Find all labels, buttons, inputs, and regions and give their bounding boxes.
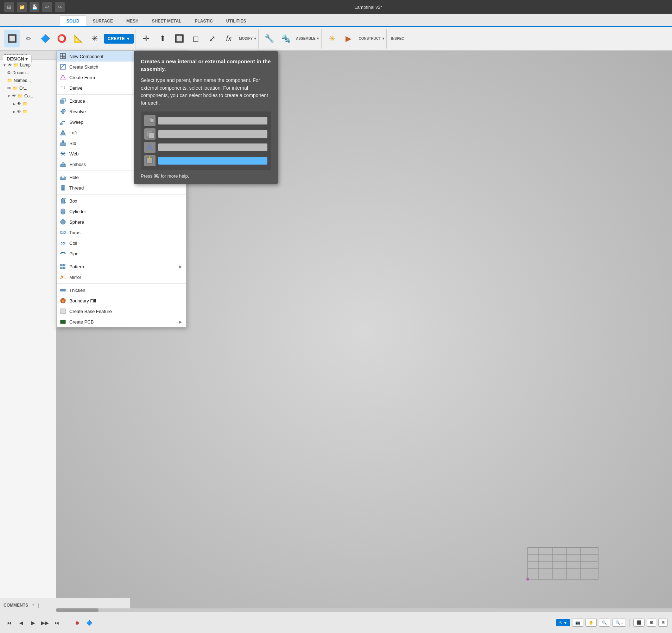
create-base-feature-menu-icon (59, 308, 66, 315)
tab-plastic[interactable]: PLASTIC (188, 15, 219, 26)
keyframe-btn[interactable]: 🔷 (84, 618, 94, 628)
tab-surface[interactable]: SURFACE (86, 15, 120, 26)
eye5-icon[interactable]: 👁 (17, 109, 21, 114)
tree-document[interactable]: ⚙ Docum... (0, 69, 56, 77)
zoom-in-btn[interactable]: 🔍 (599, 619, 610, 627)
tree-child2[interactable]: ▶ 👁 📁 (0, 108, 56, 115)
next-btn[interactable]: ▶▶ (40, 618, 50, 628)
eye4-icon[interactable]: 👁 (17, 101, 21, 106)
zoom-fit-icon: 🔍 (615, 620, 620, 625)
undo-icon[interactable]: ↩ (42, 2, 52, 12)
form-field-2[interactable] (158, 130, 267, 138)
prev-btn[interactable]: ◀ (16, 618, 26, 628)
menu-rib-label: Rib (69, 141, 76, 146)
assemble-label: ASSEMBLE (296, 37, 316, 40)
record-btn[interactable]: ⏺ (72, 618, 82, 628)
menu-create-pcb[interactable]: Create PCB ▶ (57, 316, 186, 327)
skip-back-btn[interactable]: ⏮ (4, 618, 14, 628)
menu-sphere[interactable]: Sphere (57, 217, 186, 227)
play-btn[interactable]: ▶ (28, 618, 38, 628)
create-section: 🔲 ✏ 🔷 ⭕ 📐 ✳ CREATE ▼ (3, 29, 135, 49)
construct-btn1[interactable]: ✳ (324, 30, 340, 47)
modify-chevron-icon: ▼ (253, 37, 257, 40)
push-pull-btn[interactable]: ⬆ (155, 30, 170, 47)
scroll-thumb[interactable] (56, 608, 99, 612)
eye3-icon[interactable]: 👁 (12, 94, 16, 98)
extrude-menu-icon (59, 97, 66, 104)
menu-thicken[interactable]: Thicken (57, 285, 186, 295)
formula-btn[interactable]: fx (221, 30, 236, 47)
pipe-menu-icon (59, 250, 66, 257)
arrow-icon: ▼ (3, 63, 6, 67)
assemble-chevron-icon: ▼ (316, 37, 320, 40)
construct-icon2: ▶ (345, 34, 351, 43)
form-btn[interactable]: ✳ (87, 30, 102, 47)
menu-mirror[interactable]: Mirror (57, 272, 186, 282)
comments-divider-icon: | (38, 603, 39, 608)
tree-child1[interactable]: ▶ 👁 📁 (0, 100, 56, 108)
add-comment-icon[interactable]: ＋ (31, 602, 35, 608)
revolve-btn[interactable]: ⭕ (54, 30, 69, 47)
lamp-label: Lamp (20, 63, 31, 68)
menu-cylinder[interactable]: Cylinder (57, 206, 186, 217)
menu-pattern[interactable]: Pattern ▶ (57, 261, 186, 272)
tree-named[interactable]: 📁 Named... (0, 77, 56, 84)
fillet-btn[interactable]: 🔲 (171, 30, 187, 47)
eye2-icon[interactable]: 👁 (7, 86, 11, 91)
menu-thicken-label: Thicken (69, 288, 85, 293)
tree-or[interactable]: 👁 📁 Or... (0, 84, 56, 92)
hand-btn[interactable]: ✋ (585, 619, 597, 627)
create-dropdown[interactable]: CREATE ▼ (104, 34, 134, 44)
display-mode-btn[interactable]: ⬛ (633, 619, 645, 627)
file-icon[interactable]: 📁 (17, 2, 27, 12)
form-field-4-active[interactable] (158, 157, 267, 165)
grid-icon2: ⊞ (650, 620, 653, 625)
tree-co[interactable]: ▼ 👁 📁 Co... (0, 92, 56, 100)
move-btn[interactable]: ✛ (138, 30, 154, 47)
menu-create-base-feature[interactable]: Create Base Feature (57, 306, 186, 316)
eye-icon[interactable]: 👁 (8, 63, 12, 68)
arrow3-icon: ▶ (13, 102, 15, 106)
solid-btn[interactable]: 🔷 (37, 30, 53, 47)
new-component-btn[interactable]: 🔲 (4, 30, 20, 47)
tab-solid[interactable]: SOLID (60, 15, 86, 26)
svg-rect-11 (60, 56, 63, 59)
shell-btn[interactable]: ◻ (188, 30, 203, 47)
redo-icon[interactable]: ↪ (55, 2, 65, 12)
svg-rect-57 (61, 309, 65, 314)
grid-icon[interactable]: ⊞ (4, 2, 14, 12)
cursor-mode-btn[interactable]: ↖ ▼ (556, 619, 570, 626)
playback-controls: ⏮ ◀ ▶ ▶▶ ⏭ (4, 618, 62, 628)
svg-point-8 (526, 578, 529, 581)
create-sketch-btn[interactable]: ✏ (21, 30, 36, 47)
menu-box[interactable]: Box (57, 196, 186, 206)
menu-loft-label: Loft (69, 130, 77, 135)
svg-point-32 (62, 176, 64, 178)
assemble-btn2[interactable]: 🔩 (278, 30, 293, 47)
menu-coil[interactable]: Coil (57, 238, 186, 248)
construct-btn2[interactable]: ▶ (341, 30, 356, 47)
design-button[interactable]: DESIGN ▾ (3, 55, 32, 63)
canvas-scrollbar[interactable] (56, 608, 672, 612)
form-field-1[interactable] (158, 117, 267, 124)
menu-pipe[interactable]: Pipe (57, 248, 186, 259)
menu-box-label: Box (69, 198, 77, 204)
grid-btn[interactable]: ⊞ (647, 619, 656, 627)
menu-torus[interactable]: Torus (57, 227, 186, 238)
tab-utilities[interactable]: UTILITIES (220, 15, 253, 26)
svg-point-43 (61, 219, 65, 224)
skip-forward-btn[interactable]: ⏭ (52, 618, 62, 628)
menu-boundary-fill[interactable]: Boundary Fill (57, 295, 186, 306)
save-icon[interactable]: 💾 (30, 2, 39, 12)
panel-btn[interactable]: ⊟ (658, 619, 668, 627)
extrude-btn[interactable]: 📐 (70, 30, 86, 47)
camera-btn[interactable]: 📷 (572, 619, 583, 627)
scale-btn[interactable]: ⤢ (204, 30, 220, 47)
zoom-fit-btn[interactable]: 🔍 - (612, 619, 626, 627)
tab-sheet-metal[interactable]: SHEET METAL (145, 15, 188, 26)
assemble-btn1[interactable]: 🔧 (261, 30, 277, 47)
box-menu-icon (59, 197, 66, 204)
form-field-3[interactable] (158, 143, 267, 151)
tab-mesh[interactable]: MESH (120, 15, 145, 26)
form-parent-icon (144, 128, 156, 140)
